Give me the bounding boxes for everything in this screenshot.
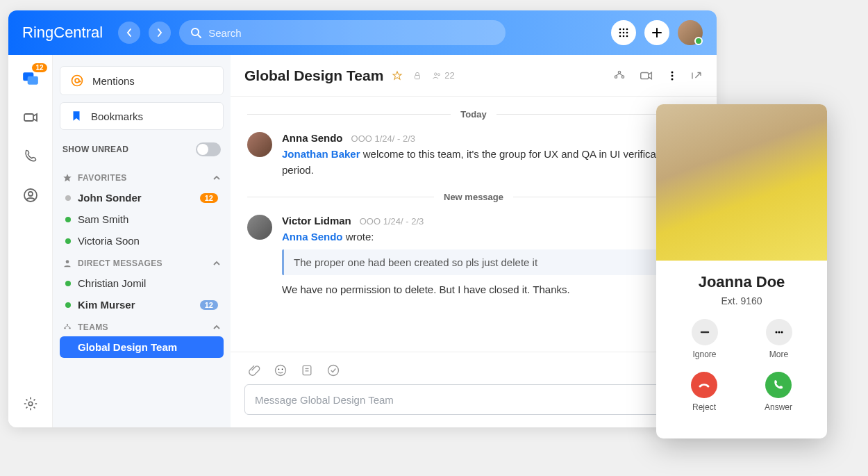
ignore-button[interactable]: Ignore (692, 319, 718, 359)
answer-button[interactable]: Answer (765, 372, 792, 412)
answer-icon (772, 379, 785, 391)
caller-name: Joanna Doe (667, 273, 816, 291)
at-icon (70, 74, 84, 88)
svg-point-21 (66, 260, 69, 263)
members-icon[interactable] (432, 71, 442, 81)
rail-phone[interactable] (21, 147, 40, 166)
nav-rail: 12 (8, 55, 53, 427)
section-favorites-label: FAVORITES (78, 173, 127, 183)
more-vertical-icon[interactable] (667, 70, 678, 81)
mention-link[interactable]: Jonathan Baker (282, 148, 360, 160)
message-time: OOO 1/24/ - 2/3 (360, 216, 424, 227)
search-input[interactable] (208, 27, 494, 39)
date-divider: Today (247, 109, 700, 120)
nav-back-button[interactable] (118, 22, 140, 44)
conv-name: John Sonder (78, 192, 142, 204)
presence-dot (65, 195, 71, 201)
ignore-label: Ignore (692, 350, 716, 359)
add-button[interactable] (644, 20, 669, 45)
app-window: RingCentral 12 (8, 10, 717, 427)
emoji-icon[interactable] (274, 363, 287, 377)
section-teams-label: TEAMS (78, 322, 108, 332)
message-avatar[interactable] (247, 215, 272, 240)
mention-link[interactable]: Anna Sendo (282, 231, 343, 243)
conv-christian-jomil[interactable]: Christian Jomil (60, 272, 224, 294)
show-unread-toggle[interactable] (196, 142, 221, 156)
svg-point-9 (623, 35, 625, 38)
expand-icon[interactable] (690, 69, 703, 82)
rail-messages[interactable]: 12 (21, 69, 40, 88)
svg-point-26 (435, 72, 437, 75)
section-dm-label: DIRECT MESSAGES (78, 258, 162, 268)
unread-badge: 12 (200, 300, 218, 310)
bookmarks-button[interactable]: Bookmarks (60, 102, 224, 130)
chevron-up-icon (212, 323, 221, 331)
search-box[interactable] (179, 20, 506, 45)
reject-button[interactable]: Reject (691, 372, 717, 412)
message-text: We have no permission to delete. But I h… (282, 282, 700, 298)
composer (231, 352, 717, 427)
lock-icon[interactable] (412, 71, 422, 81)
conv-victoria-soon[interactable]: Victoria Soon (60, 230, 224, 252)
conv-kim-murser[interactable]: Kim Murser 12 (60, 294, 224, 315)
svg-point-38 (282, 369, 283, 370)
member-count: 22 (444, 70, 454, 81)
star-outline-icon[interactable] (392, 70, 403, 81)
rail-video[interactable] (21, 108, 40, 127)
message-avatar[interactable] (247, 132, 272, 157)
rail-settings[interactable] (21, 394, 40, 413)
rail-badge: 12 (32, 63, 47, 72)
user-avatar[interactable] (678, 20, 703, 45)
svg-point-46 (781, 331, 783, 334)
rail-contacts[interactable] (21, 186, 40, 205)
unread-badge: 12 (200, 193, 218, 203)
message-author: Victor Lidman (282, 215, 351, 227)
svg-point-20 (75, 79, 79, 83)
section-favorites-header[interactable]: FAVORITES (60, 166, 224, 187)
svg-point-33 (671, 74, 674, 76)
conv-john-sonder[interactable]: John Sonder 12 (60, 187, 224, 208)
more-label: More (769, 350, 788, 359)
divider-today: Today (460, 109, 486, 120)
task-icon[interactable] (326, 363, 340, 377)
conv-global-design-team[interactable]: Global Design Team (60, 336, 224, 358)
incoming-call-card: Joanna Doe Ext. 9160 Ignore More Reject … (656, 104, 827, 438)
chat-title: Global Design Team (244, 67, 383, 84)
mentions-button[interactable]: Mentions (60, 66, 224, 95)
mentions-label: Mentions (92, 75, 135, 87)
presence-dot (65, 238, 71, 244)
answer-label: Answer (765, 402, 792, 412)
brand-logo: RingCentral (22, 24, 103, 42)
phone-icon (23, 149, 38, 164)
section-teams-header[interactable]: TEAMS (60, 315, 224, 336)
svg-point-29 (615, 76, 617, 78)
svg-point-23 (64, 327, 65, 329)
svg-point-42 (328, 366, 339, 376)
svg-point-17 (28, 192, 33, 196)
add-person-icon[interactable] (612, 69, 626, 83)
message-author: Anna Sendo (282, 132, 343, 144)
section-dm-header[interactable]: DIRECT MESSAGES (60, 252, 224, 272)
message: Anna Sendo OOO 1/24/ - 2/3 Jonathan Bake… (247, 132, 700, 178)
conv-name: Christian Jomil (78, 277, 146, 289)
more-button[interactable]: More (766, 319, 792, 359)
svg-point-30 (621, 76, 624, 78)
svg-point-6 (623, 32, 625, 34)
compose-input[interactable] (244, 384, 703, 415)
svg-point-27 (438, 73, 440, 75)
start-video-icon[interactable] (639, 68, 654, 83)
note-icon[interactable] (300, 363, 314, 377)
dialpad-button[interactable] (611, 20, 636, 45)
presence-dot (65, 217, 71, 222)
caller-extension: Ext. 9160 (667, 295, 816, 306)
conv-name: Global Design Team (78, 341, 177, 353)
conv-sam-smith[interactable]: Sam Smith (60, 208, 224, 230)
chevron-up-icon (212, 259, 221, 268)
conv-name: Kim Murser (78, 299, 135, 311)
video-icon (22, 109, 39, 126)
gear-icon (23, 396, 38, 411)
nav-forward-button[interactable] (149, 22, 171, 44)
svg-point-22 (67, 324, 68, 325)
message: Victor Lidman OOO 1/24/ - 2/3 Anna Sendo… (247, 215, 700, 297)
attach-icon[interactable] (247, 363, 261, 377)
